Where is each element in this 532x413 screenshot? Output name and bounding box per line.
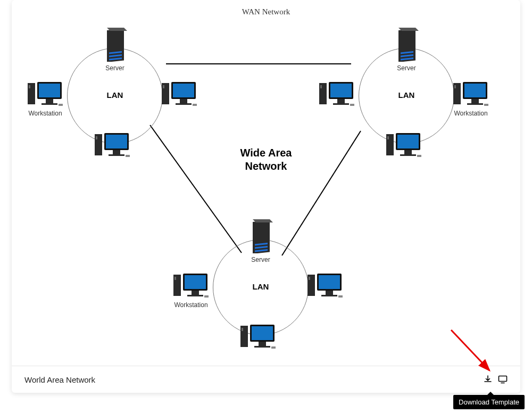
svg-rect-42 xyxy=(454,85,456,88)
workstation-icon xyxy=(27,80,64,106)
svg-rect-14 xyxy=(59,104,63,106)
svg-rect-61 xyxy=(174,277,176,280)
svg-rect-53 xyxy=(400,154,416,156)
card-footer: World Area Network xyxy=(12,366,520,393)
server-label: Server xyxy=(388,64,425,72)
wan-diagram: WAN Network LAN Server xyxy=(12,0,520,366)
svg-rect-27 xyxy=(109,154,124,156)
workstation-node-bottom xyxy=(88,131,136,160)
lan-cluster-bottom: LAN Server xyxy=(181,208,340,367)
svg-rect-16 xyxy=(163,85,164,88)
server-label: Server xyxy=(242,256,279,263)
svg-rect-63 xyxy=(185,275,206,289)
svg-rect-38 xyxy=(337,99,345,103)
workstation-icon xyxy=(385,131,422,158)
workstation-icon xyxy=(161,80,198,106)
workstation-icon xyxy=(172,271,210,298)
svg-rect-54 xyxy=(417,155,421,157)
workstation-node-left: Workstation xyxy=(21,80,69,117)
svg-rect-46 xyxy=(467,103,483,105)
workstation-node-left: Workstation xyxy=(167,271,215,309)
footer-actions xyxy=(483,375,508,384)
server-label: Server xyxy=(96,64,134,72)
server-node: Server xyxy=(242,215,279,263)
preview-button[interactable] xyxy=(498,375,508,384)
svg-rect-66 xyxy=(204,295,209,298)
workstation-node-right xyxy=(301,271,349,300)
server-icon xyxy=(247,215,274,253)
svg-rect-9 xyxy=(29,85,30,88)
monitor-icon xyxy=(498,375,508,384)
svg-rect-51 xyxy=(397,135,419,148)
svg-rect-28 xyxy=(126,155,130,157)
workstation-node-right: Workstation xyxy=(447,80,495,117)
svg-rect-71 xyxy=(326,291,333,295)
server-icon xyxy=(393,23,420,62)
workstation-node-left xyxy=(313,80,361,109)
svg-rect-79 xyxy=(254,346,270,348)
lan-cluster-top-left: LAN Server xyxy=(35,16,195,176)
svg-line-81 xyxy=(451,330,489,370)
center-label-line1: Wide Area xyxy=(240,147,292,159)
svg-rect-26 xyxy=(113,150,120,154)
server-icon xyxy=(102,23,128,62)
workstation-node-bottom xyxy=(380,131,428,160)
svg-rect-78 xyxy=(259,342,266,346)
workstation-label: Workstation xyxy=(167,301,215,309)
svg-rect-70 xyxy=(319,275,340,289)
svg-rect-77 xyxy=(252,326,273,340)
server-node: Server xyxy=(96,23,134,72)
svg-rect-37 xyxy=(330,84,352,97)
workstation-icon xyxy=(306,271,344,298)
svg-rect-73 xyxy=(338,295,343,298)
workstation-icon xyxy=(452,80,489,106)
svg-rect-47 xyxy=(484,104,488,106)
template-card: WAN Network LAN Server xyxy=(12,0,520,393)
svg-rect-39 xyxy=(333,103,349,105)
svg-rect-68 xyxy=(309,277,310,280)
svg-rect-45 xyxy=(471,99,479,103)
svg-rect-65 xyxy=(187,295,203,296)
svg-rect-52 xyxy=(404,150,412,154)
svg-marker-33 xyxy=(398,28,419,31)
svg-rect-18 xyxy=(173,84,194,97)
svg-rect-44 xyxy=(464,84,486,97)
svg-rect-75 xyxy=(242,328,243,331)
footer-title: World Area Network xyxy=(24,375,95,384)
svg-rect-82 xyxy=(499,376,507,382)
lan-cluster-top-right: LAN Server xyxy=(327,16,486,176)
svg-rect-80 xyxy=(271,346,276,349)
svg-rect-72 xyxy=(321,295,337,296)
workstation-node-right xyxy=(155,80,203,109)
svg-rect-35 xyxy=(320,85,322,88)
center-label-line2: Network xyxy=(245,160,287,172)
svg-marker-7 xyxy=(107,28,127,31)
svg-rect-11 xyxy=(39,84,60,97)
svg-rect-13 xyxy=(41,103,57,105)
download-tooltip: Download Template xyxy=(453,395,525,409)
workstation-label: Workstation xyxy=(21,110,69,117)
workstation-icon xyxy=(239,323,277,349)
diagram-title: WAN Network xyxy=(242,7,290,16)
svg-rect-40 xyxy=(350,104,354,106)
svg-rect-25 xyxy=(106,135,127,148)
svg-rect-64 xyxy=(192,291,199,295)
svg-rect-23 xyxy=(96,136,97,139)
svg-rect-49 xyxy=(387,136,389,139)
center-label: Wide Area Network xyxy=(240,146,292,173)
download-icon xyxy=(484,375,492,384)
workstation-icon xyxy=(94,131,131,158)
svg-rect-12 xyxy=(46,99,53,103)
download-button[interactable] xyxy=(483,375,493,384)
workstation-icon xyxy=(318,80,355,106)
workstation-label: Workstation xyxy=(447,110,495,117)
server-node: Server xyxy=(388,23,425,72)
svg-rect-19 xyxy=(180,99,187,103)
svg-marker-59 xyxy=(253,219,273,222)
svg-rect-20 xyxy=(176,103,192,105)
workstation-node-bottom xyxy=(234,323,282,351)
svg-rect-21 xyxy=(193,104,197,106)
